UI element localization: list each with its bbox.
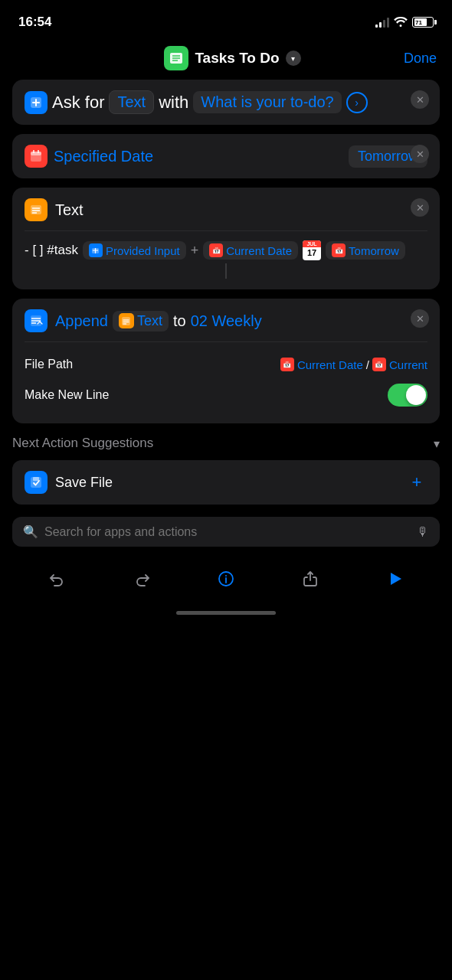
specified-date-block[interactable]: ✕ Specified Date Tomorrow xyxy=(12,134,440,178)
status-time: 16:54 xyxy=(18,15,51,30)
current-date-pill[interactable]: 📅 Current Date xyxy=(203,241,298,260)
make-new-line-toggle[interactable] xyxy=(388,384,427,407)
main-content: ✕ Ask for Text with What is your to-do? … xyxy=(0,80,452,423)
weekly-pill[interactable]: 02 Weekly xyxy=(191,312,262,330)
play-button[interactable] xyxy=(378,562,411,596)
search-input[interactable] xyxy=(44,525,411,539)
status-icons: 71 xyxy=(375,16,434,29)
close-text-button[interactable]: ✕ xyxy=(411,198,429,217)
cal-day: 17 xyxy=(307,247,316,259)
to-label: to xyxy=(173,312,186,330)
app-icon xyxy=(164,46,188,70)
make-new-line-row: Make New Line xyxy=(25,377,427,413)
append-title-row: Append Text to 02 Weekly xyxy=(25,309,427,332)
status-bar: 16:54 71 xyxy=(0,0,452,40)
task-prefix-text: - [ ] #task xyxy=(25,243,78,258)
suggestions-title: Next Action Suggestions xyxy=(12,436,153,451)
file-path-current-icon: 📅 xyxy=(372,358,386,371)
tomorrow-inline-pill[interactable]: 📅 Tomorrow xyxy=(326,241,405,260)
home-bar xyxy=(176,611,276,615)
specified-date-label: Specified Date xyxy=(54,148,342,165)
file-path-row: File Path 📅 Current Date / 📅 Current xyxy=(25,351,427,377)
append-icon xyxy=(25,309,47,332)
ask-for-content: Ask for Text with What is your to-do? › xyxy=(25,90,427,114)
append-details: File Path 📅 Current Date / 📅 Current Mak… xyxy=(25,341,427,413)
home-indicator xyxy=(0,605,452,618)
text-pill-icon xyxy=(119,313,134,328)
text-pill[interactable]: Text xyxy=(113,311,169,332)
svg-point-26 xyxy=(225,575,227,577)
search-icon: 🔍 xyxy=(23,524,38,539)
resize-handle xyxy=(225,263,227,279)
ask-for-icon xyxy=(25,91,47,114)
add-suggestion-button[interactable]: + xyxy=(406,472,427,493)
ask-label: Ask for xyxy=(52,93,104,113)
text-block-header: Text xyxy=(25,198,427,221)
close-ask-button[interactable]: ✕ xyxy=(411,90,429,109)
ask-prompt-pill[interactable]: What is your to-do? xyxy=(193,91,341,113)
text-block[interactable]: ✕ Text - [ ] #task xyxy=(12,188,440,289)
suggestions-header[interactable]: Next Action Suggestions ▾ xyxy=(12,436,440,451)
provided-input-label: Provided Input xyxy=(106,244,180,257)
nav-chevron-icon[interactable]: ▾ xyxy=(286,51,301,66)
nav-title-text: Tasks To Do xyxy=(195,50,279,67)
file-path-current: Current xyxy=(389,358,427,371)
append-block[interactable]: ✕ Append xyxy=(12,299,440,423)
append-label: Append xyxy=(55,312,108,330)
undo-button[interactable] xyxy=(41,562,74,596)
save-file-icon xyxy=(25,471,47,494)
plus-icon: + xyxy=(191,243,199,259)
info-button[interactable] xyxy=(209,562,243,596)
close-date-button[interactable]: ✕ xyxy=(411,145,429,163)
share-button[interactable] xyxy=(293,562,327,596)
text-block-title: Text xyxy=(55,201,427,219)
make-new-line-label: Make New Line xyxy=(25,388,109,402)
ask-type-pill[interactable]: Text xyxy=(109,90,154,114)
toggle-knob xyxy=(406,385,426,405)
date-block-content: Specified Date Tomorrow xyxy=(25,145,427,168)
microphone-icon[interactable]: 🎙 xyxy=(417,525,429,539)
circle-arrow-icon[interactable]: › xyxy=(346,92,368,113)
provided-input-pill[interactable]: Provided Input xyxy=(83,241,186,260)
search-bar[interactable]: 🔍 🎙 xyxy=(12,517,440,547)
file-path-value[interactable]: 📅 Current Date / 📅 Current xyxy=(280,358,427,371)
signal-icon xyxy=(375,17,389,28)
suggestion-save-file[interactable]: Save File + xyxy=(12,460,440,505)
suggestions-section: Next Action Suggestions ▾ Save File + xyxy=(0,423,452,511)
chevron-down-icon[interactable]: ▾ xyxy=(434,436,440,451)
cal-month: JUL xyxy=(303,240,321,247)
file-path-separator: / xyxy=(366,358,369,371)
svg-rect-23 xyxy=(33,477,39,481)
bottom-toolbar xyxy=(0,553,452,605)
file-path-date-icon: 📅 xyxy=(280,358,294,371)
provided-input-icon xyxy=(89,243,103,257)
svg-rect-6 xyxy=(31,152,41,155)
file-path-label: File Path xyxy=(25,358,73,371)
current-date-label: Current Date xyxy=(226,244,292,257)
nav-bar: Tasks To Do ▾ Done xyxy=(0,40,452,80)
text-icon xyxy=(25,198,47,221)
ask-with-label: with xyxy=(159,93,188,113)
file-path-date: Current Date xyxy=(297,358,363,371)
close-append-button[interactable]: ✕ xyxy=(411,309,429,328)
date-icon xyxy=(25,145,47,168)
text-pill-label: Text xyxy=(137,313,162,329)
tomorrow-inline-label: Tomorrow xyxy=(349,244,399,257)
ask-for-block[interactable]: ✕ Ask for Text with What is your to-do? … xyxy=(12,80,440,125)
nav-title[interactable]: Tasks To Do ▾ xyxy=(164,46,300,70)
wifi-icon xyxy=(394,16,408,29)
battery-icon: 71 xyxy=(412,17,434,28)
suggestion-label: Save File xyxy=(55,475,398,491)
tomorrow-inline-icon: 📅 xyxy=(332,243,346,257)
redo-button[interactable] xyxy=(125,562,159,596)
july-calendar-icon: JUL 17 xyxy=(303,240,321,260)
text-block-body: - [ ] #task Provided Input + 📅 Current D… xyxy=(25,230,427,260)
done-button[interactable]: Done xyxy=(404,51,437,67)
current-date-calendar-icon: 📅 xyxy=(209,243,223,257)
